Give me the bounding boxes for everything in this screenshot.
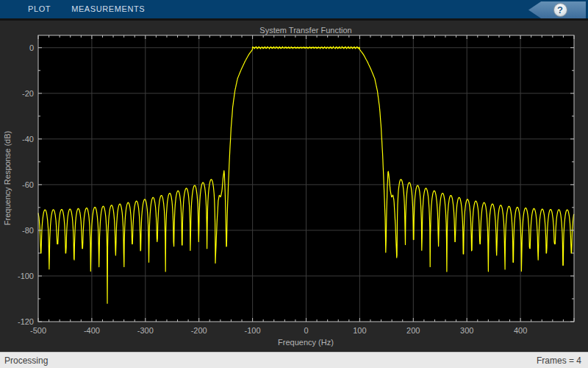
y-tick-label: -100: [18, 272, 34, 280]
y-tick-label: 0: [29, 43, 34, 52]
x-tick-label: 300: [460, 326, 473, 335]
y-tick-label: -20: [22, 89, 34, 98]
help-button[interactable]: ?: [553, 3, 567, 17]
status-bar: Processing Frames = 4: [0, 352, 588, 368]
question-icon: ?: [557, 4, 563, 15]
x-tick-label: 200: [406, 326, 420, 335]
plot-title: System Transfer Function: [259, 26, 351, 35]
y-tick-label: -40: [22, 135, 34, 144]
x-tick-label: -500: [30, 326, 46, 335]
x-tick-label: -100: [245, 326, 261, 335]
y-tick-label: -60: [22, 180, 34, 189]
toolbar: PLOT MEASUREMENTS ?: [0, 0, 588, 21]
x-axis-label: Frequency (Hz): [278, 338, 334, 347]
y-tick-label: -80: [22, 226, 34, 235]
frames-counter: Frames = 4: [537, 355, 588, 366]
y-tick-label: -120: [18, 317, 34, 326]
y-axis-label: Frequency Response (dB): [3, 131, 12, 225]
transfer-function-chart[interactable]: -500-400-300-200-10001002003004000-20-40…: [0, 23, 588, 352]
help-arrow: ?: [528, 1, 586, 18]
figure-area: -500-400-300-200-10001002003004000-20-40…: [0, 23, 588, 352]
x-tick-label: 0: [304, 326, 308, 335]
tab-plot[interactable]: PLOT: [18, 0, 61, 18]
status-message: Processing: [0, 355, 48, 366]
x-tick-label: -400: [84, 326, 100, 335]
x-tick-label: -300: [137, 326, 154, 335]
x-tick-label: 100: [353, 326, 366, 335]
x-tick-label: -200: [191, 326, 207, 335]
x-tick-label: 400: [514, 326, 527, 335]
tab-measurements[interactable]: MEASUREMENTS: [61, 0, 155, 18]
